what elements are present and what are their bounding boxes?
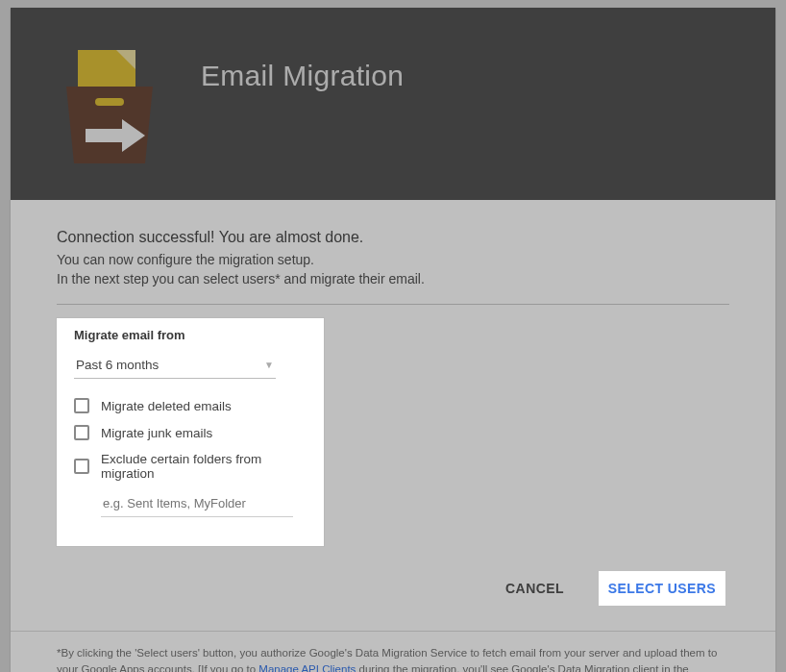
svg-rect-4 — [86, 129, 122, 142]
checkbox-icon[interactable] — [74, 459, 89, 474]
svg-rect-3 — [95, 98, 124, 106]
divider — [57, 304, 729, 305]
dialog-footer: *By clicking the 'Select users' button, … — [11, 631, 775, 672]
option-label: Exclude certain folders from migration — [101, 452, 307, 481]
dialog-title: Email Migration — [201, 60, 404, 92]
chevron-down-icon: ▼ — [264, 360, 274, 370]
option-migrate-junk[interactable]: Migrate junk emails — [74, 425, 307, 440]
option-migrate-deleted[interactable]: Migrate deleted emails — [74, 398, 307, 413]
dialog-content: Connection successful! You are almost do… — [11, 200, 775, 565]
status-title: Connection successful! You are almost do… — [57, 229, 729, 246]
dialog-header: Email Migration — [11, 8, 775, 200]
cancel-button[interactable]: CANCEL — [498, 571, 572, 606]
select-users-button[interactable]: SELECT USERS — [599, 571, 725, 606]
option-exclude-folders[interactable]: Exclude certain folders from migration — [74, 452, 307, 481]
migrate-from-value: Past 6 months — [76, 358, 159, 372]
dialog-actions: CANCEL SELECT USERS — [11, 565, 775, 631]
checkbox-icon[interactable] — [74, 425, 89, 440]
manage-api-clients-link[interactable]: Manage API Clients — [258, 663, 356, 672]
status-line-2: In the next step you can select users* a… — [57, 271, 729, 286]
status-line-1: You can now configure the migration setu… — [57, 252, 729, 267]
exclude-folders-input[interactable] — [101, 492, 293, 517]
option-label: Migrate junk emails — [101, 426, 212, 440]
email-migration-icon — [57, 38, 162, 173]
checkbox-icon[interactable] — [74, 398, 89, 413]
option-label: Migrate deleted emails — [101, 399, 232, 413]
migrate-from-select[interactable]: Past 6 months ▼ — [74, 352, 276, 379]
migrate-from-label: Migrate email from — [74, 328, 307, 342]
dialog: Email Migration Connection successful! Y… — [11, 8, 775, 672]
migration-options-panel: Migrate email from Past 6 months ▼ Migra… — [57, 318, 324, 546]
